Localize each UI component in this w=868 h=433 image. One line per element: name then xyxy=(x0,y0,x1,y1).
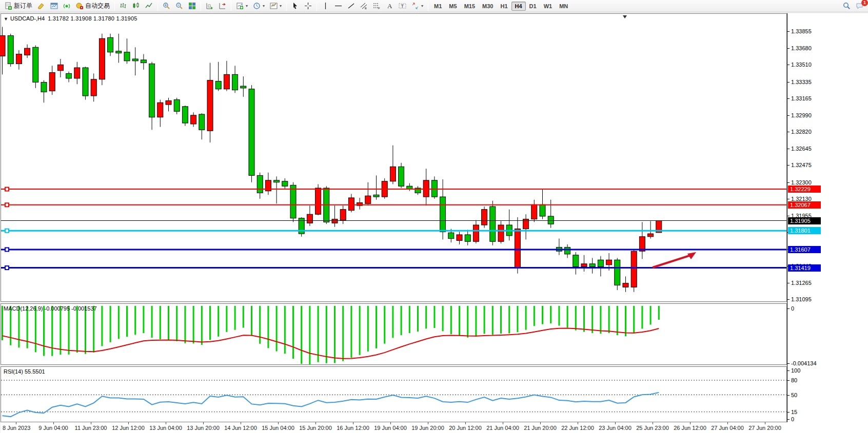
text-icon: A xyxy=(386,2,393,10)
zoom-out-button[interactable] xyxy=(173,1,186,11)
text-button[interactable]: A xyxy=(383,1,396,11)
chart-shift-button[interactable] xyxy=(216,1,229,11)
new-order-label: 新订单 xyxy=(14,2,32,10)
arrows-icon xyxy=(411,2,419,10)
tile-windows-button[interactable] xyxy=(186,1,199,11)
fibo-icon: F xyxy=(373,2,381,10)
chart-symbol-period: USDCAD-,H4 xyxy=(10,15,45,22)
cursor-icon xyxy=(291,2,299,10)
autotrading-icon xyxy=(76,2,84,10)
chart-canvas[interactable] xyxy=(0,12,868,433)
editor-button[interactable] xyxy=(35,1,48,11)
templates-button[interactable]: ▾ xyxy=(267,1,284,11)
candles-chart-button[interactable] xyxy=(130,1,143,11)
indicators-button[interactable]: ▾ xyxy=(233,1,250,11)
new-chart-button[interactable] xyxy=(48,1,61,11)
chart-ohlc-values: 1.31782 1.31908 1.31780 1.31905 xyxy=(48,15,137,22)
trendline-icon xyxy=(347,2,355,10)
bars-chart-button[interactable] xyxy=(117,1,130,11)
rsi-label: RSI(14) 55.5501 xyxy=(4,368,45,375)
search-icon xyxy=(843,2,851,10)
autotrading-label: 自动交易 xyxy=(85,2,110,10)
editor-icon xyxy=(37,2,45,10)
ohlc-collapse-icon[interactable]: ▼ xyxy=(4,16,8,22)
zoom-in-button[interactable] xyxy=(160,1,173,11)
hline-button[interactable] xyxy=(332,1,345,11)
search-button[interactable] xyxy=(840,1,853,11)
price-tag: 1.32067 xyxy=(788,201,821,209)
vline-icon xyxy=(322,2,329,10)
timeframe-M5[interactable]: M5 xyxy=(445,2,460,11)
chart-title: ▼USDCAD-,H41.31782 1.31908 1.31780 1.319… xyxy=(4,15,137,22)
svg-text:F: F xyxy=(378,7,380,10)
price-tag: 1.31419 xyxy=(788,264,821,272)
new-chart-icon xyxy=(50,2,58,10)
candles-chart-icon xyxy=(132,2,140,10)
vline-button[interactable] xyxy=(319,1,332,11)
chat-button[interactable]: 1 xyxy=(853,1,866,11)
timeframe-M15[interactable]: M15 xyxy=(461,2,479,11)
svg-text:T: T xyxy=(401,4,404,9)
timeframe-H4[interactable]: H4 xyxy=(511,2,526,11)
svg-text:E: E xyxy=(365,7,367,10)
notification-badge: 1 xyxy=(861,0,868,6)
line-chart-button[interactable] xyxy=(143,1,155,11)
price-tag: 1.31607 xyxy=(788,246,821,253)
price-tag: 1.31905 xyxy=(788,217,821,224)
svg-text:A: A xyxy=(387,2,392,10)
periods-button[interactable]: ▾ xyxy=(250,1,267,11)
templates-icon xyxy=(270,2,278,10)
channel-button[interactable]: E xyxy=(358,1,370,11)
crosshair-icon xyxy=(304,2,312,10)
timeframe-MN[interactable]: MN xyxy=(556,2,571,11)
indicators-icon xyxy=(236,2,244,10)
price-tag: 1.31801 xyxy=(788,227,821,234)
channel-icon: E xyxy=(360,2,368,10)
label-button[interactable]: T xyxy=(396,1,409,11)
crosshair-button[interactable] xyxy=(302,1,314,11)
label-icon: T xyxy=(399,2,406,10)
trendline-button[interactable] xyxy=(345,1,358,11)
signals-button[interactable] xyxy=(61,1,73,11)
arrows-button[interactable]: ▾ xyxy=(409,1,426,11)
new-order-icon xyxy=(5,2,12,10)
zoom-out-icon xyxy=(175,2,183,10)
new-order-button[interactable]: 新订单 xyxy=(2,1,35,11)
timeframe-M30[interactable]: M30 xyxy=(479,2,497,11)
autotrading-button[interactable]: 自动交易 xyxy=(73,1,112,11)
chart-window: ▼USDCAD-,H41.31782 1.31908 1.31780 1.319… xyxy=(0,12,868,433)
main-toolbar: 新订单 自动交易 ▾ ▾ ▾ E F A T ▾M1M5M15M30H1H4D1… xyxy=(0,0,868,12)
chart-shift-marker xyxy=(623,15,627,18)
fibo-button[interactable]: F xyxy=(370,1,383,11)
timeframe-group: M1M5M15M30H1H4D1W1MN xyxy=(430,0,571,12)
chart-shift-icon xyxy=(219,2,226,10)
timeframe-H1[interactable]: H1 xyxy=(497,2,511,11)
zoom-in-icon xyxy=(163,2,170,10)
timeframe-W1[interactable]: W1 xyxy=(540,2,556,11)
tile-windows-icon xyxy=(188,2,196,10)
signals-icon xyxy=(63,2,71,10)
line-chart-icon xyxy=(145,2,153,10)
timeframe-D1[interactable]: D1 xyxy=(526,2,540,11)
periods-icon xyxy=(253,2,261,10)
price-tag: 1.32229 xyxy=(788,185,821,193)
autoscroll-icon xyxy=(206,2,213,10)
autoscroll-button[interactable] xyxy=(203,1,216,11)
bars-chart-icon xyxy=(120,2,127,10)
timeframe-M1[interactable]: M1 xyxy=(430,2,445,11)
macd-label: MACD(12,26,9) -0.000795 -0.001537 xyxy=(4,305,97,312)
hline-icon xyxy=(334,2,342,10)
cursor-button[interactable] xyxy=(289,1,302,11)
